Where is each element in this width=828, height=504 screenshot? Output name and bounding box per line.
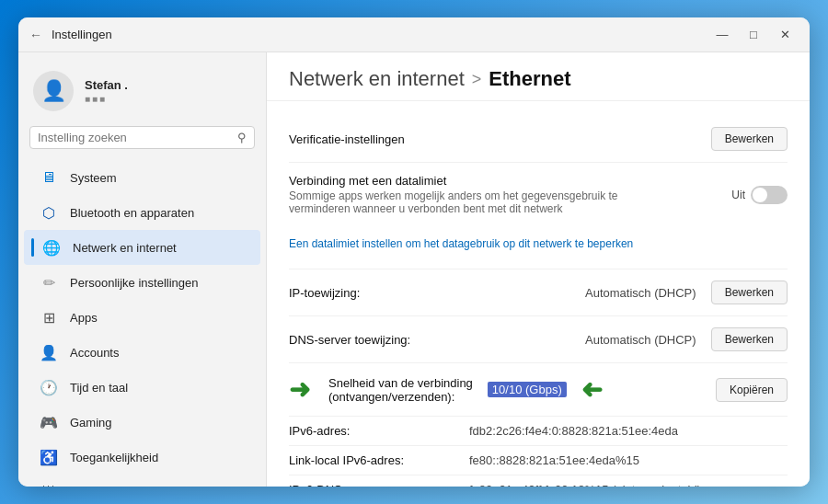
persoonlijk-icon: ✏	[39, 272, 59, 292]
linklocal-row: Link-local IPv6-adres: fe80::8828:821a:5…	[289, 446, 788, 475]
datalimiet-link[interactable]: Een datalimiet instellen om het datagebr…	[289, 234, 788, 254]
sidebar-item-label: Accounts	[70, 346, 119, 360]
sidebar-item-accounts[interactable]: 👤Accounts	[24, 335, 260, 370]
window-title: Instellingen	[52, 28, 708, 41]
sidebar-item-label: Apps	[70, 311, 98, 325]
sidebar-item-persoonlijk[interactable]: ✏Persoonlijke instellingen	[24, 265, 260, 300]
page-header: Netwerk en internet > Ethernet	[267, 52, 810, 101]
ipv6-label: IPv6-adres:	[289, 424, 454, 438]
sidebar-item-bluetooth[interactable]: ⬡Bluetooth en apparaten	[24, 195, 260, 230]
dns-bewerken-button[interactable]: Bewerken	[711, 327, 788, 351]
verificatie-row: Verificatie-instellingen Bewerken	[289, 116, 788, 163]
user-info: Stefan . ■■■	[85, 78, 128, 104]
verificatie-bewerken-button[interactable]: Bewerken	[711, 127, 788, 151]
systeem-icon: 🖥	[39, 167, 59, 188]
search-icon: ⚲	[237, 131, 247, 144]
search-box: ⚲	[29, 126, 255, 149]
settings-body: Verificatie-instellingen Bewerken Verbin…	[267, 101, 810, 487]
ipv6dns-row: IPv6-DNS-servers: fe80::21c:42ff:fe00:18…	[289, 475, 788, 487]
breadcrumb-parent: Netwerk en internet	[289, 67, 465, 91]
sidebar-item-label: Persoonlijke instellingen	[70, 276, 198, 290]
toggle-label: Uit	[731, 189, 745, 201]
tijd-icon: 🕐	[39, 377, 59, 397]
sidebar-item-systeem[interactable]: 🖥Systeem	[24, 160, 260, 195]
sidebar-item-gaming[interactable]: 🎮Gaming	[24, 405, 260, 440]
nav-list: 🖥Systeem⬡Bluetooth en apparaten🌐Netwerk …	[18, 160, 266, 487]
ipv6-row: IPv6-adres: fdb2:2c26:f4e4:0:8828:821a:5…	[289, 417, 788, 446]
privacy-icon: 🛡	[39, 482, 59, 487]
back-button[interactable]: ←	[29, 28, 42, 42]
right-panel: Netwerk en internet > Ethernet Verificat…	[267, 52, 810, 487]
ip-value: Automatisch (DHCP)	[585, 286, 696, 300]
speed-label: Snelheid van de verbinding (ontvangen/ve…	[328, 376, 473, 404]
maximize-button[interactable]: □	[740, 24, 767, 46]
bluetooth-icon: ⬡	[39, 202, 59, 223]
netwerk-icon: 🌐	[41, 237, 62, 258]
sidebar-item-label: Tijd en taal	[70, 381, 128, 395]
ipv6dns-value: fe80::21c:42ff:fe00:18%15 (niet-versleut…	[469, 483, 701, 487]
breadcrumb: Netwerk en internet > Ethernet	[289, 67, 788, 91]
close-button[interactable]: ✕	[771, 24, 799, 46]
linklocal-label: Link-local IPv6-adres:	[289, 453, 454, 467]
user-dots: ■■■	[85, 94, 128, 104]
minimize-button[interactable]: —	[708, 24, 736, 46]
toegankelijkheid-icon: ♿	[39, 447, 59, 467]
arrow-left-icon: ➜	[289, 374, 310, 405]
sidebar-item-netwerk[interactable]: 🌐Netwerk en internet	[24, 230, 260, 265]
ipv6dns-label: IPv6-DNS-servers:	[289, 483, 454, 487]
breadcrumb-current: Ethernet	[489, 67, 570, 91]
active-indicator	[31, 238, 34, 257]
window-controls: — □ ✕	[708, 24, 799, 46]
settings-window: ← Instellingen — □ ✕ 👤 Stefan . ■■■ ⚲ 🖥S…	[18, 17, 810, 487]
sidebar-item-toegankelijkheid[interactable]: ♿Toegankelijkheid	[24, 440, 260, 475]
datalimiet-desc: Sommige apps werken mogelijk anders om h…	[289, 189, 657, 215]
sidebar-item-label: Toegankelijkheid	[70, 451, 158, 464]
sidebar-item-tijd[interactable]: 🕐Tijd en taal	[24, 370, 260, 405]
toggle-switch[interactable]	[751, 186, 788, 204]
sidebar-item-label: Netwerk en internet	[73, 241, 177, 255]
ip-row: IP-toewijzing: Automatisch (DHCP) Bewerk…	[289, 269, 788, 316]
sidebar-item-label: Systeem	[70, 171, 117, 185]
sidebar-item-apps[interactable]: ⊞Apps	[24, 300, 260, 335]
speed-kopieren-button[interactable]: Kopiëren	[716, 378, 788, 402]
avatar: 👤	[33, 71, 74, 111]
ip-label: IP-toewijzing:	[289, 286, 570, 300]
sidebar-item-privacy[interactable]: 🛡Privacy & beveiliging	[24, 475, 260, 487]
linklocal-value: fe80::8828:821a:51ee:4eda%15	[469, 453, 639, 467]
verificatie-label: Verificatie-instellingen	[289, 132, 696, 146]
datalimiet-label: Verbinding met een datalimiet	[289, 174, 717, 188]
accounts-icon: 👤	[39, 342, 59, 362]
speed-row: ➜ Snelheid van de verbinding (ontvangen/…	[289, 363, 788, 417]
user-name: Stefan .	[85, 78, 128, 92]
datalimiet-toggle: Uit	[731, 186, 788, 204]
speed-value: 10/10 (Gbps)	[488, 382, 567, 397]
dns-value: Automatisch (DHCP)	[585, 333, 696, 347]
user-section: 👤 Stefan . ■■■	[18, 63, 266, 126]
apps-icon: ⊞	[39, 307, 59, 327]
main-content: 👤 Stefan . ■■■ ⚲ 🖥Systeem⬡Bluetooth en a…	[18, 52, 810, 487]
sidebar: 👤 Stefan . ■■■ ⚲ 🖥Systeem⬡Bluetooth en a…	[18, 52, 267, 487]
sidebar-item-label: Gaming	[70, 416, 112, 430]
sidebar-item-label: Bluetooth en apparaten	[70, 206, 194, 220]
dns-row: DNS-server toewijzing: Automatisch (DHCP…	[289, 316, 788, 363]
sidebar-item-label: Privacy & beveiliging	[70, 486, 180, 487]
search-input[interactable]	[38, 131, 232, 144]
datalimiet-row: Verbinding met een datalimiet Sommige ap…	[289, 163, 788, 269]
titlebar: ← Instellingen — □ ✕	[18, 17, 810, 52]
gaming-icon: 🎮	[39, 412, 59, 432]
ip-bewerken-button[interactable]: Bewerken	[711, 281, 788, 304]
dns-label: DNS-server toewijzing:	[289, 333, 570, 347]
breadcrumb-separator: >	[472, 70, 482, 89]
ipv6-value: fdb2:2c26:f4e4:0:8828:821a:51ee:4eda	[469, 424, 678, 438]
arrow-right-icon: ➜	[581, 374, 603, 405]
